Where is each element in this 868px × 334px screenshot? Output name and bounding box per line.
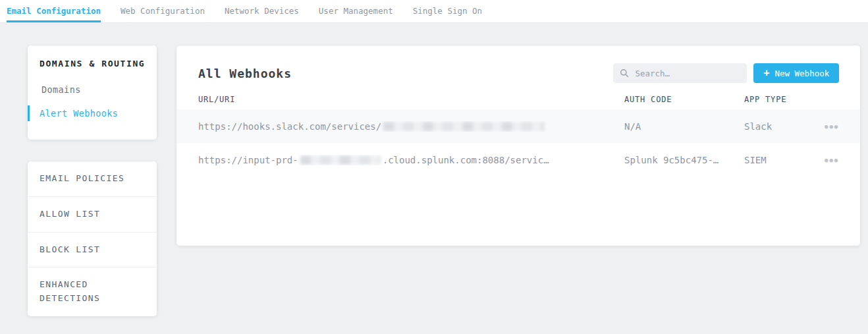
nav-tab-network-devices[interactable]: Network Devices (225, 0, 299, 22)
auth-code-cell: N/A (624, 121, 744, 132)
sidebar-item-allow-list[interactable]: ALLOW LIST (28, 197, 157, 233)
webhooks-panel: All Webhooks + New Webhook URL/URI AUTH … (176, 45, 860, 246)
page-content: DOMAINS & ROUTING Domains Alert Webhooks… (0, 23, 868, 316)
plus-icon: + (763, 69, 769, 78)
nav-tab-single-sign-on[interactable]: Single Sign On (413, 0, 482, 22)
sidebar-section-title: DOMAINS & ROUTING (28, 59, 157, 69)
app-type-cell: Slack (744, 121, 795, 132)
column-header-app-type: APP TYPE (744, 95, 795, 104)
webhooks-table: URL/URI AUTH CODE APP TYPE https://hooks… (176, 95, 860, 177)
webhook-url-suffix: .cloud.splunk.com:8088/servic… (383, 155, 549, 165)
table-row: https://hooks.slack.com/services/ N/A Sl… (176, 109, 860, 143)
new-webhook-button[interactable]: + New Webhook (753, 63, 839, 83)
webhook-url-cell: https://input-prd- .cloud.splunk.com:808… (198, 155, 624, 165)
sidebar-item-alert-webhooks[interactable]: Alert Webhooks (28, 105, 157, 121)
sidebar-item-enhanced-detections[interactable]: ENHANCED DETECTIONS (28, 267, 157, 316)
table-header-row: URL/URI AUTH CODE APP TYPE (176, 95, 860, 104)
webhook-url-cell: https://hooks.slack.com/services/ (198, 121, 624, 132)
row-menu-button[interactable]: ●●● (795, 123, 839, 130)
sidebar-item-block-list[interactable]: BLOCK LIST (28, 233, 157, 268)
sidebar-item-email-policies[interactable]: EMAIL POLICIES (28, 161, 157, 197)
new-webhook-button-label: New Webhook (774, 69, 829, 78)
panel-header: All Webhooks + New Webhook (176, 45, 860, 95)
sidebar-item-domains[interactable]: Domains (28, 82, 157, 97)
app-type-cell: SIEM (744, 155, 795, 165)
top-nav: Email Configuration Web Configuration Ne… (0, 0, 868, 23)
column-header-url: URL/URI (198, 95, 624, 104)
search-input[interactable] (635, 69, 734, 78)
webhook-url-prefix: https://hooks.slack.com/services/ (198, 121, 381, 132)
column-header-auth-code: AUTH CODE (624, 95, 744, 104)
auth-code-cell: Splunk 9c5bc475-… (624, 155, 744, 165)
search-box[interactable] (613, 63, 747, 83)
redacted-url-segment (300, 155, 381, 165)
nav-tab-user-management[interactable]: User Management (319, 0, 393, 22)
webhook-url-prefix: https://input-prd- (198, 155, 298, 165)
page-title: All Webhooks (198, 67, 292, 80)
nav-tab-email-configuration[interactable]: Email Configuration (7, 0, 101, 22)
domains-routing-card: DOMAINS & ROUTING Domains Alert Webhooks (28, 45, 157, 140)
search-icon (620, 69, 629, 78)
row-menu-button[interactable]: ●●● (795, 157, 839, 163)
table-row: https://input-prd- .cloud.splunk.com:808… (176, 143, 860, 177)
nav-tab-web-configuration[interactable]: Web Configuration (121, 0, 205, 22)
sidebar-sections-card: EMAIL POLICIES ALLOW LIST BLOCK LIST ENH… (28, 161, 157, 316)
sidebar: DOMAINS & ROUTING Domains Alert Webhooks… (28, 45, 157, 316)
redacted-url-segment (383, 122, 544, 131)
